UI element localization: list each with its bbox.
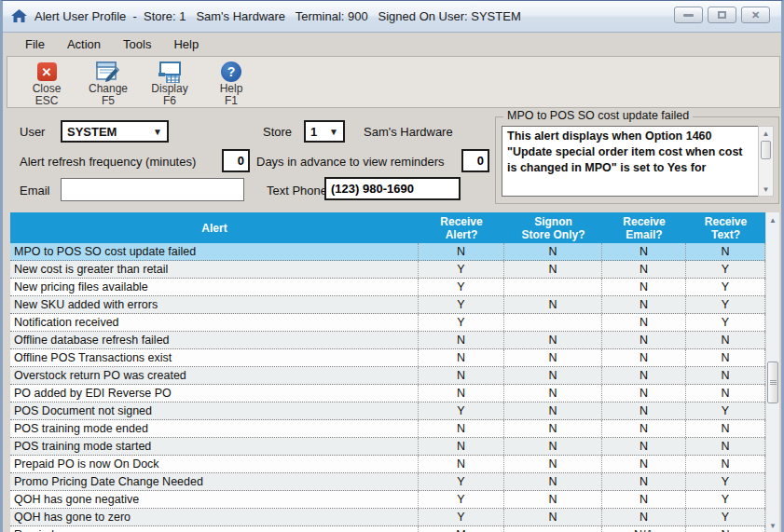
alert-description-text[interactable]: This alert displays when Option 1460 "Up… — [502, 126, 759, 197]
alert-info-title: MPO to POS SO cost update failed — [503, 109, 693, 122]
alert-user-profile-window: Alert User Profile - Store: 1 Sam's Hard… — [0, 0, 784, 532]
value-cell: Y — [419, 402, 504, 419]
menu-file[interactable]: File — [14, 35, 56, 53]
email-label: Email — [20, 184, 50, 198]
close-x-icon: ✕ — [751, 9, 760, 21]
display-button[interactable]: Display F6 — [140, 61, 199, 107]
menubar: File Action Tools Help — [3, 34, 781, 54]
value-cell: N — [602, 367, 686, 384]
minimize-icon — [683, 14, 694, 17]
close-button[interactable]: ✕ Close ESC — [17, 61, 76, 107]
scrollbar-thumb[interactable] — [767, 361, 778, 403]
table-row[interactable]: POS training mode startedNNNN — [10, 438, 765, 456]
value-cell — [504, 526, 602, 532]
value-cell: N — [419, 456, 504, 472]
value-cell: Y — [686, 402, 765, 419]
alert-name-cell: MPO to POS SO cost update failed — [10, 243, 419, 260]
store-name-text: Sam's Hardware — [364, 125, 453, 139]
table-vertical-scrollbar[interactable]: ▲ ▼ — [765, 212, 779, 532]
value-cell: N — [504, 402, 602, 419]
user-dropdown[interactable]: SYSTEM ▼ — [61, 120, 169, 143]
menu-action[interactable]: Action — [56, 35, 112, 53]
scroll-down-icon[interactable]: ▼ — [759, 183, 773, 196]
menu-tools[interactable]: Tools — [112, 35, 162, 53]
table-row[interactable]: MPO to POS SO cost update failedNNNN — [10, 243, 765, 261]
close-window-button[interactable]: ✕ — [741, 7, 770, 23]
table-row[interactable]: QOH has gone to zeroYNNY — [10, 509, 765, 526]
column-header-alert[interactable]: Alert — [10, 212, 419, 243]
value-cell: Y — [419, 314, 504, 331]
alert-name-cell: Reminder — [10, 526, 419, 532]
value-cell — [504, 314, 602, 331]
scroll-down-icon[interactable]: ▼ — [766, 518, 779, 532]
value-cell: N — [419, 367, 504, 384]
table-row[interactable]: QOH has gone negativeYNNY — [10, 491, 765, 509]
value-cell: N — [602, 332, 686, 348]
value-cell: N — [686, 438, 765, 455]
email-field[interactable] — [61, 178, 244, 201]
text-phone-field[interactable] — [324, 177, 461, 200]
table-row[interactable]: ReminderMN/AN — [10, 526, 765, 532]
value-cell: Y — [686, 473, 765, 490]
column-header-receive-email[interactable]: Receive Email? — [602, 212, 686, 243]
column-header-signon-store-only[interactable]: Signon Store Only? — [504, 212, 602, 243]
chevron-down-icon: ▼ — [153, 127, 162, 137]
minimize-button[interactable] — [674, 7, 703, 23]
value-cell — [504, 279, 602, 295]
change-button-key: F5 — [102, 95, 115, 107]
table-row[interactable]: PO added by EDI Reverse PONNNN — [10, 385, 765, 402]
store-dropdown[interactable]: 1 ▼ — [304, 120, 345, 143]
value-cell: N — [504, 367, 602, 384]
alert-name-cell: POS Document not signed — [10, 402, 419, 419]
table-row[interactable]: Offline database refresh failedNNNN — [10, 332, 765, 349]
table-row[interactable]: New SKU added with errorsYNNY — [10, 296, 765, 314]
display-icon — [158, 61, 182, 83]
table-row[interactable]: Notification receivedYNY — [10, 314, 765, 332]
value-cell: N — [504, 438, 602, 455]
value-cell: N — [419, 243, 504, 260]
alert-description-scrollbar[interactable]: ▲ ▼ — [758, 126, 774, 197]
value-cell: N — [686, 349, 765, 366]
help-button[interactable]: ? Help F1 — [201, 61, 261, 107]
value-cell: N — [504, 349, 602, 366]
maximize-button[interactable] — [708, 7, 736, 23]
table-row[interactable]: Prepaid PO is now On DockNNNN — [10, 456, 765, 473]
column-header-receive-text[interactable]: Receive Text? — [686, 212, 765, 243]
table-row[interactable]: Offline POS Transactions existNNNN — [10, 349, 765, 367]
table-row[interactable]: Overstock return PO was createdNNNN — [10, 367, 765, 385]
text-phone-label: Text Phone — [267, 184, 327, 198]
table-row[interactable]: POS training mode endedNNNN — [10, 420, 765, 438]
table-row[interactable]: POS Document not signedYNNY — [10, 402, 765, 420]
value-cell: N — [686, 420, 765, 437]
value-cell: M — [419, 526, 504, 532]
value-cell: N — [419, 420, 504, 437]
close-button-key: ESC — [35, 95, 59, 107]
column-header-receive-alert[interactable]: Receive Alert? — [419, 212, 504, 243]
menu-help[interactable]: Help — [162, 35, 210, 53]
change-button[interactable]: Change F5 — [78, 61, 138, 107]
alert-name-cell: Promo Pricing Date Change Needed — [10, 473, 419, 490]
help-button-key: F1 — [225, 95, 238, 107]
value-cell: N — [504, 261, 602, 278]
value-cell: N — [504, 243, 602, 260]
table-row[interactable]: New pricing files availableYNY — [10, 279, 765, 296]
refresh-frequency-field[interactable] — [222, 149, 250, 172]
value-cell: N — [602, 296, 686, 313]
scrollbar-thumb[interactable] — [761, 141, 771, 159]
days-in-advance-label: Days in advance to view reminders — [256, 155, 445, 169]
form-area: User SYSTEM ▼ Store 1 ▼ Sam's Hardware A… — [3, 108, 488, 212]
days-in-advance-field[interactable] — [461, 149, 489, 172]
value-cell: N — [602, 243, 686, 260]
scroll-up-icon[interactable]: ▲ — [766, 212, 779, 227]
refresh-frequency-label: Alert refresh frequency (minutes) — [20, 155, 196, 169]
value-cell: N/A — [602, 526, 686, 532]
scroll-up-icon[interactable]: ▲ — [759, 127, 773, 140]
value-cell: N — [504, 473, 602, 490]
value-cell: N — [602, 420, 686, 437]
window-controls: ✕ — [674, 7, 770, 23]
value-cell: N — [602, 402, 686, 419]
alert-name-cell: QOH has gone negative — [10, 491, 419, 508]
value-cell: N — [419, 438, 504, 455]
table-row[interactable]: Promo Pricing Date Change NeededYNNY — [10, 473, 765, 491]
table-row[interactable]: New cost is greater than retailYNNY — [10, 261, 765, 279]
